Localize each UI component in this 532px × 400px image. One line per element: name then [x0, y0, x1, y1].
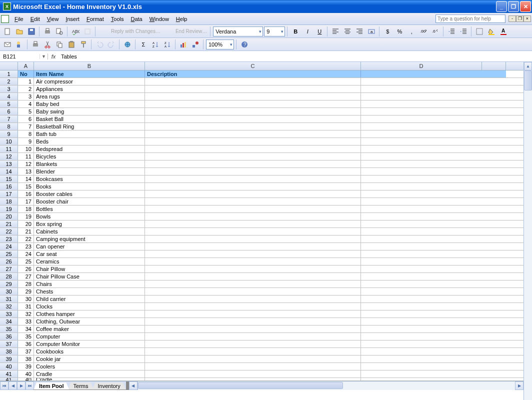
row-header[interactable]: 36	[0, 333, 18, 340]
cell[interactable]	[482, 190, 506, 198]
cell[interactable]	[361, 198, 482, 205]
bold-icon[interactable]: B	[290, 26, 301, 37]
cell[interactable]	[482, 243, 506, 250]
doc-restore-button[interactable]: ❐	[516, 16, 524, 22]
chart-wizard-icon[interactable]	[178, 39, 189, 50]
cell[interactable]	[482, 116, 506, 122]
cell[interactable]	[482, 206, 506, 212]
sheet-tab-item-pool[interactable]: Item Pool	[34, 382, 70, 390]
select-all-corner[interactable]	[0, 62, 18, 70]
cell[interactable]	[361, 243, 482, 250]
col-header-b[interactable]: B	[34, 62, 145, 70]
cell[interactable]	[361, 168, 482, 175]
cell[interactable]: Books	[34, 183, 145, 190]
cell[interactable]	[482, 86, 506, 92]
menu-insert[interactable]: Insert	[62, 14, 83, 24]
zoom-combo[interactable]: 100%	[206, 40, 234, 50]
hscroll-left-icon[interactable]: ◀	[129, 382, 138, 390]
cell[interactable]	[361, 310, 482, 318]
cell[interactable]	[361, 190, 482, 198]
cell[interactable]	[482, 326, 506, 332]
cell[interactable]	[482, 310, 506, 318]
cell[interactable]	[482, 363, 506, 370]
cell[interactable]: Camping equipment	[34, 236, 145, 242]
cell[interactable]: Chair Pillow	[34, 266, 145, 272]
cell[interactable]	[145, 160, 361, 168]
row-header[interactable]: 16	[0, 183, 18, 190]
cell[interactable]: Box spring	[34, 220, 145, 228]
cell[interactable]	[145, 243, 361, 250]
cell[interactable]	[145, 100, 361, 108]
cell[interactable]	[145, 363, 361, 370]
underline-icon[interactable]: U	[314, 26, 325, 37]
cell[interactable]: Child carrier	[34, 296, 145, 302]
row-header[interactable]: 38	[0, 348, 18, 355]
cell[interactable]: 26	[18, 266, 34, 272]
align-left-icon[interactable]	[330, 26, 341, 37]
print-icon[interactable]	[42, 26, 53, 37]
cell[interactable]	[482, 370, 506, 378]
menu-help[interactable]: Help	[172, 14, 191, 24]
cell[interactable]: 37	[18, 348, 34, 355]
cell[interactable]: 33	[18, 318, 34, 325]
cut-icon[interactable]	[42, 39, 53, 50]
cell[interactable]	[361, 86, 482, 92]
hscroll-thumb[interactable]	[138, 382, 343, 389]
increase-decimal-icon[interactable]: .00	[418, 26, 429, 37]
menu-data[interactable]: Data	[127, 14, 146, 24]
hscroll-right-icon[interactable]: ▶	[515, 382, 524, 390]
cell[interactable]	[361, 183, 482, 190]
row-header[interactable]: 39	[0, 356, 18, 362]
row-header[interactable]: 7	[0, 116, 18, 122]
cell[interactable]: 25	[18, 258, 34, 265]
row-header[interactable]: 28	[0, 273, 18, 280]
cell[interactable]: 11	[18, 153, 34, 160]
cell[interactable]: Booster cables	[34, 190, 145, 198]
cell[interactable]	[361, 333, 482, 340]
row-header[interactable]: 31	[0, 296, 18, 302]
row-header[interactable]: 22	[0, 228, 18, 235]
undo-icon[interactable]	[94, 39, 105, 50]
cell[interactable]	[482, 333, 506, 340]
cell[interactable]	[482, 183, 506, 190]
cell[interactable]: Computer	[34, 333, 145, 340]
fx-icon[interactable]: fx	[48, 54, 59, 60]
cell[interactable]	[145, 130, 361, 138]
cell[interactable]	[361, 93, 482, 100]
cell[interactable]: Bedspread	[34, 146, 145, 152]
cell[interactable]: 40	[18, 378, 34, 380]
copy-icon[interactable]	[54, 39, 65, 50]
cell[interactable]	[482, 93, 506, 100]
cell[interactable]	[482, 123, 506, 130]
new-icon[interactable]	[2, 26, 13, 37]
row-header[interactable]: 14	[0, 168, 18, 175]
cell[interactable]: Item Name	[34, 70, 145, 78]
cell[interactable]: 14	[18, 176, 34, 182]
font-size-combo[interactable]: 9	[264, 26, 285, 36]
italic-icon[interactable]: I	[302, 26, 313, 37]
cell[interactable]	[145, 78, 361, 85]
sheet-tab-terms[interactable]: Terms	[68, 382, 94, 390]
row-header[interactable]: 12	[0, 153, 18, 160]
align-center-icon[interactable]	[342, 26, 353, 37]
cell[interactable]	[145, 333, 361, 340]
cell[interactable]	[145, 273, 361, 280]
cell[interactable]: Basketball Ring	[34, 123, 145, 130]
cell[interactable]	[361, 340, 482, 348]
cell[interactable]	[145, 318, 361, 325]
cell[interactable]: Bottles	[34, 206, 145, 212]
row-header[interactable]: 2	[0, 78, 18, 85]
cell[interactable]	[482, 213, 506, 220]
cell[interactable]: Cookie jar	[34, 356, 145, 362]
cell[interactable]	[361, 220, 482, 228]
cell[interactable]	[361, 108, 482, 115]
cell[interactable]: Bowls	[34, 213, 145, 220]
cell[interactable]: 38	[18, 356, 34, 362]
row-header[interactable]: 6	[0, 108, 18, 115]
cell[interactable]: Baby bed	[34, 100, 145, 108]
cell[interactable]	[482, 108, 506, 115]
redo-icon[interactable]	[106, 39, 117, 50]
menu-view[interactable]: View	[44, 14, 62, 24]
cell[interactable]	[482, 228, 506, 235]
row-header[interactable]: 20	[0, 213, 18, 220]
